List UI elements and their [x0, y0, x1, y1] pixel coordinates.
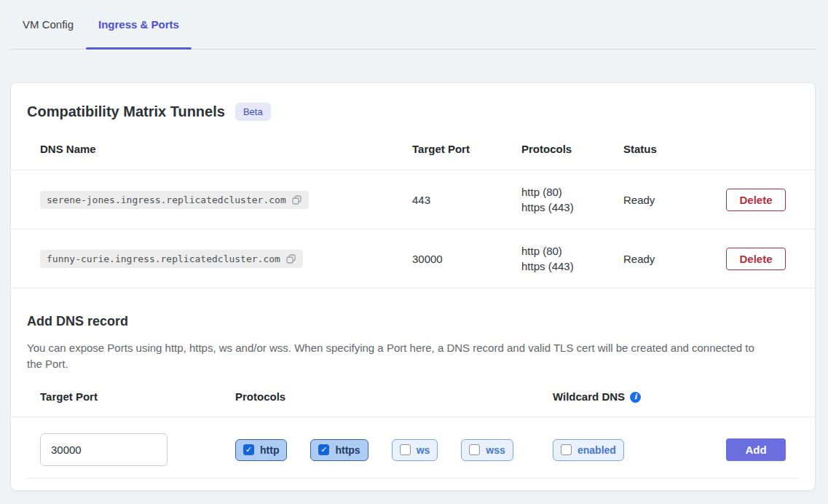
- column-header-dns-name: DNS Name: [40, 143, 412, 156]
- checkbox-box: [400, 444, 411, 455]
- protocol-checkbox-group: ✓ http ✓ https ws wss: [235, 439, 553, 461]
- checkbox-wss-label: wss: [486, 444, 505, 456]
- add-dns-record-heading: Add DNS record: [27, 312, 799, 331]
- dns-name-text: funny-curie.ingress.replicatedcluster.co…: [47, 253, 280, 264]
- protocols-cell: http (80) https (443): [521, 184, 623, 215]
- copy-icon[interactable]: [291, 194, 302, 205]
- bottom-divider: [27, 478, 799, 479]
- protocols-cell: http (80) https (443): [521, 243, 623, 274]
- tab-ingress-ports-label: Ingress & Ports: [98, 18, 179, 31]
- add-button[interactable]: Add: [726, 438, 786, 461]
- checkbox-box: [469, 444, 480, 455]
- form-header-row: Target Port Protocols Wildcard DNS i: [11, 372, 815, 417]
- checkbox-https[interactable]: ✓ https: [310, 439, 368, 461]
- checkbox-ws[interactable]: ws: [392, 439, 438, 461]
- dns-name-pill: funny-curie.ingress.replicatedcluster.co…: [40, 250, 303, 268]
- tab-bar: VM Config Ingress & Ports: [10, 0, 816, 50]
- tab-ingress-ports[interactable]: Ingress & Ports: [86, 0, 192, 49]
- form-label-wildcard-dns: Wildcard DNS: [553, 390, 625, 403]
- target-port-cell: 30000: [412, 253, 521, 265]
- checkbox-http-label: http: [260, 444, 279, 456]
- checkbox-box: ✓: [243, 444, 254, 455]
- column-header-target-port: Target Port: [412, 143, 521, 156]
- dns-name-pill: serene-jones.ingress.replicatedcluster.c…: [40, 191, 309, 209]
- column-header-status: Status: [623, 143, 726, 156]
- info-icon[interactable]: i: [630, 392, 641, 403]
- checkbox-box: [561, 444, 572, 455]
- status-cell: Ready: [623, 194, 726, 206]
- checkbox-enabled-label: enabled: [577, 444, 616, 456]
- dns-name-text: serene-jones.ingress.replicatedcluster.c…: [47, 194, 286, 205]
- target-port-cell: 443: [412, 194, 521, 206]
- form-label-protocols: Protocols: [235, 390, 553, 403]
- checkbox-box: ✓: [318, 444, 329, 455]
- table-row: serene-jones.ingress.replicatedcluster.c…: [11, 170, 815, 229]
- table-row: funny-curie.ingress.replicatedcluster.co…: [11, 229, 815, 288]
- delete-button[interactable]: Delete: [726, 248, 786, 270]
- table-header-row: DNS Name Target Port Protocols Status: [11, 143, 815, 170]
- page-title: Compatibility Matrix Tunnels: [27, 101, 225, 122]
- card-title-row: Compatibility Matrix Tunnels Beta: [11, 83, 815, 122]
- copy-icon[interactable]: [285, 253, 296, 264]
- checkbox-ws-label: ws: [417, 444, 430, 456]
- delete-button[interactable]: Delete: [726, 189, 786, 211]
- checkbox-wss[interactable]: wss: [461, 439, 513, 461]
- column-header-protocols: Protocols: [521, 143, 623, 156]
- checkbox-wildcard-enabled[interactable]: enabled: [553, 439, 624, 461]
- add-dns-record-description: You can expose Ports using http, https, …: [27, 340, 762, 372]
- add-dns-form-row: ✓ http ✓ https ws wss enabled Add: [11, 417, 815, 478]
- tab-vm-config-label: VM Config: [23, 18, 74, 31]
- checkbox-https-label: https: [335, 444, 360, 456]
- beta-badge: Beta: [235, 103, 271, 121]
- tab-vm-config[interactable]: VM Config: [10, 0, 86, 49]
- form-label-target-port: Target Port: [40, 390, 235, 403]
- checkbox-http[interactable]: ✓ http: [235, 439, 287, 461]
- status-cell: Ready: [623, 253, 726, 265]
- tunnels-card: Compatibility Matrix Tunnels Beta DNS Na…: [10, 82, 816, 491]
- target-port-input[interactable]: [40, 433, 167, 466]
